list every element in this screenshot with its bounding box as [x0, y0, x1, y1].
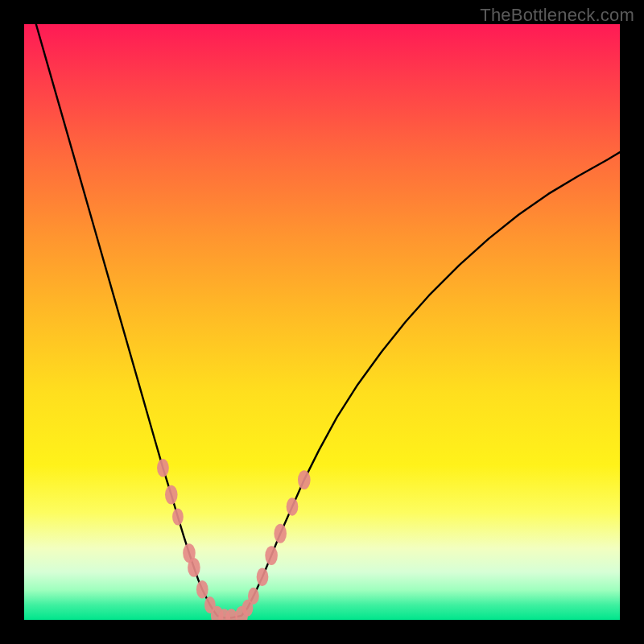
- chart-svg: [24, 24, 620, 620]
- data-marker: [274, 524, 287, 543]
- chart-frame: TheBottleneck.com: [0, 0, 644, 644]
- data-marker: [196, 580, 208, 599]
- data-marker: [298, 470, 311, 489]
- curve-group: [36, 24, 620, 617]
- data-marker: [257, 568, 269, 586]
- data-marker: [188, 558, 200, 577]
- bottleneck-curve: [36, 24, 620, 617]
- data-marker: [265, 546, 278, 565]
- data-marker: [248, 588, 259, 605]
- data-marker: [157, 459, 169, 477]
- marker-group: [157, 459, 311, 620]
- data-marker: [287, 497, 299, 516]
- data-marker: [172, 508, 184, 525]
- data-marker: [165, 485, 178, 505]
- watermark-label: TheBottleneck.com: [480, 5, 634, 26]
- plot-area: [24, 24, 620, 620]
